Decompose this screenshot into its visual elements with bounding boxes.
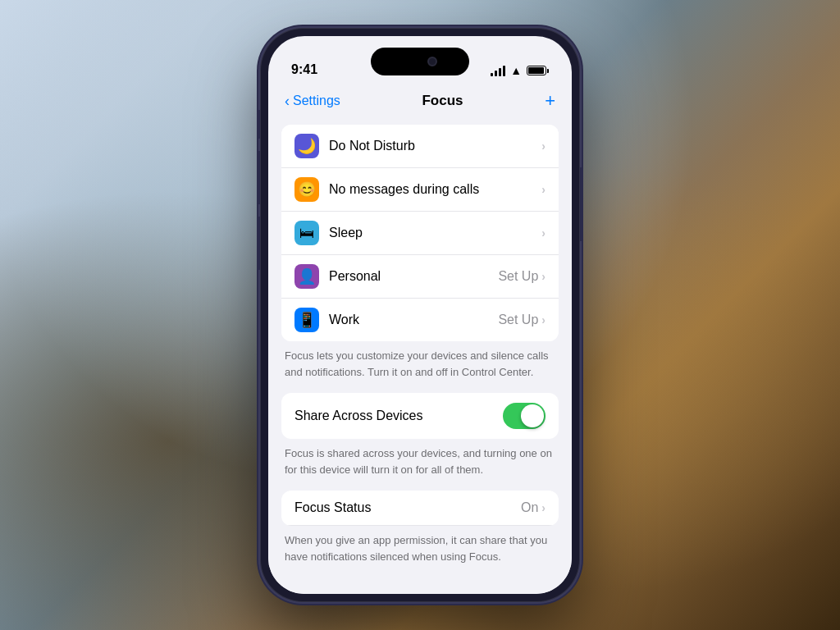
do-not-disturb-icon: 🌙 (294, 134, 319, 158)
focus-status-section: Focus Status On › (281, 491, 559, 526)
status-time: 9:41 (291, 62, 317, 77)
no-messages-icon: 😊 (294, 177, 319, 202)
work-icon: 📱 (294, 308, 319, 332)
sleep-label: Sleep (329, 226, 541, 240)
chevron-icon: › (541, 183, 546, 196)
volume-up-button[interactable] (257, 151, 260, 204)
signal-bar-3 (499, 68, 501, 76)
chevron-left-icon: ‹ (285, 93, 290, 110)
nav-bar: ‹ Settings Focus + (268, 84, 572, 121)
share-across-devices-toggle[interactable] (503, 403, 546, 429)
focus-status-description: When you give an app permission, it can … (268, 526, 572, 574)
power-button[interactable] (580, 167, 583, 241)
focus-item-no-messages[interactable]: 😊 No messages during calls › (281, 168, 559, 212)
add-focus-button[interactable]: + (545, 90, 555, 112)
share-across-devices-label: Share Across Devices (294, 409, 503, 423)
battery-icon (527, 66, 549, 75)
phone-screen: 9:41 ▲ (268, 36, 572, 594)
focus-item-work[interactable]: 📱 Work Set Up › (281, 299, 559, 341)
focus-status-row[interactable]: Focus Status On › (281, 491, 559, 526)
volume-down-button[interactable] (257, 217, 260, 270)
toggle-knob (521, 404, 544, 427)
chevron-icon: › (541, 313, 546, 326)
signal-icon (491, 66, 505, 76)
battery-fill (528, 67, 544, 74)
page-title: Focus (422, 93, 463, 109)
signal-bar-1 (491, 73, 493, 76)
share-across-devices-row: Share Across Devices (281, 393, 559, 439)
chevron-icon: › (541, 270, 546, 283)
back-label: Settings (293, 94, 340, 108)
focus-item-do-not-disturb[interactable]: 🌙 Do Not Disturb › (281, 125, 559, 168)
phone-wrapper: 9:41 ▲ (260, 28, 580, 602)
dynamic-island (371, 48, 469, 75)
focus-item-sleep[interactable]: 🛏 Sleep › (281, 212, 559, 255)
mute-button[interactable] (257, 110, 260, 139)
battery-body (527, 66, 546, 75)
focus-item-personal[interactable]: 👤 Personal Set Up › (281, 255, 559, 299)
wifi-icon: ▲ (510, 64, 522, 77)
front-camera (427, 57, 437, 66)
no-messages-label: No messages during calls (329, 182, 541, 197)
signal-bar-2 (495, 71, 497, 76)
sleep-icon: 🛏 (294, 221, 319, 245)
status-icons: ▲ (491, 64, 549, 77)
signal-bar-4 (503, 66, 505, 76)
chevron-icon: › (541, 139, 546, 153)
personal-secondary: Set Up (498, 269, 538, 284)
chevron-icon: › (541, 226, 546, 240)
personal-label: Personal (329, 269, 498, 284)
back-button[interactable]: ‹ Settings (285, 93, 340, 110)
focus-list-section: 🌙 Do Not Disturb › 😊 No messages during … (281, 125, 559, 341)
work-label: Work (329, 313, 498, 327)
screen-content: ‹ Settings Focus + 🌙 Do Not Disturb › (268, 84, 572, 594)
do-not-disturb-label: Do Not Disturb (329, 139, 541, 153)
personal-icon: 👤 (294, 264, 319, 289)
focus-status-value: On (521, 500, 538, 515)
share-across-devices-section: Share Across Devices (281, 393, 559, 439)
battery-tip (547, 69, 549, 73)
focus-status-label: Focus Status (294, 500, 521, 515)
focus-list-description: Focus lets you customize your devices an… (268, 341, 572, 390)
work-secondary: Set Up (498, 313, 538, 327)
chevron-icon: › (541, 501, 546, 514)
share-across-devices-description: Focus is shared across your devices, and… (268, 439, 572, 487)
phone-device: 9:41 ▲ (260, 28, 580, 602)
